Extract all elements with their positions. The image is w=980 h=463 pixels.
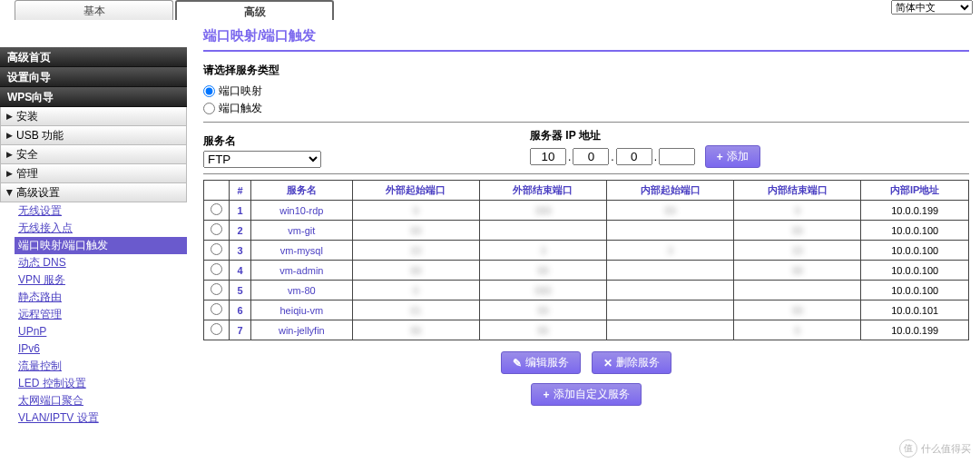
main-content: 端口映射/端口触发 请选择服务类型 端口映射 端口触发 服务名 FTP 服务器 … xyxy=(187,20,980,463)
nav-usb[interactable]: ▶USB 功能 xyxy=(0,126,187,145)
table-row: 1win10-rdp938989910.0.0.199 xyxy=(204,201,969,221)
watermark-icon: 值 xyxy=(899,439,917,458)
sidebar-sub-item[interactable]: VLAN/IPTV 设置 xyxy=(18,409,187,427)
sidebar-sub-item[interactable]: 无线接入点 xyxy=(18,220,187,237)
sidebar-sub-item[interactable]: 远程管理 xyxy=(18,306,187,323)
sidebar-sub-item[interactable]: 流量控制 xyxy=(18,358,187,375)
sidebar-sub-item[interactable]: LED 控制设置 xyxy=(18,375,187,392)
plus-icon: + xyxy=(717,151,723,163)
nav-setup-wizard[interactable]: 设置向导 xyxy=(0,67,187,87)
row-select-radio[interactable] xyxy=(211,243,222,255)
table-header: 外部结束端口 xyxy=(479,181,606,201)
table-row: 6heiqiu-vm01999910.0.0.101 xyxy=(204,300,969,320)
add-custom-service-button[interactable]: +添加自定义服务 xyxy=(531,383,641,406)
sidebar-sub-item[interactable]: UPnP xyxy=(18,323,187,340)
chevron-right-icon: ▶ xyxy=(6,167,13,181)
page-title: 端口映射/端口触发 xyxy=(203,25,969,50)
nav-security[interactable]: ▶安全 xyxy=(0,145,187,164)
table-header: 内部结束端口 xyxy=(734,181,861,201)
plus-icon: + xyxy=(543,389,549,401)
table-header: 服务名 xyxy=(251,181,353,201)
table-header: # xyxy=(230,181,251,201)
watermark: 值 什么值得买 xyxy=(899,439,971,458)
sidebar-sub-item[interactable]: 动态 DNS xyxy=(18,254,187,271)
chevron-right-icon: ▶ xyxy=(6,110,13,123)
ip-octet-2[interactable] xyxy=(573,148,609,165)
x-icon: ✕ xyxy=(603,357,612,369)
row-select-radio[interactable] xyxy=(211,303,222,315)
ip-octet-1[interactable] xyxy=(530,148,566,165)
table-header: 内部起始端口 xyxy=(607,181,734,201)
chevron-right-icon: ▶ xyxy=(6,148,13,162)
sidebar-sub-item[interactable]: VPN 服务 xyxy=(18,271,187,289)
service-name-select[interactable]: FTP xyxy=(203,151,321,168)
table-row: 5vm-80008010.0.0.100 xyxy=(204,281,969,300)
port-table: #服务名外部起始端口外部结束端口内部起始端口内部结束端口内部IP地址 1win1… xyxy=(203,180,969,340)
add-button[interactable]: +添加 xyxy=(705,145,760,168)
table-row: 4vm-admin98989810.0.0.100 xyxy=(204,261,969,281)
row-select-radio[interactable] xyxy=(211,283,222,295)
sidebar-sub-item[interactable]: 端口映射/端口触发 xyxy=(15,237,187,254)
server-ip-label: 服务器 IP 地址 xyxy=(530,128,760,143)
table-header xyxy=(204,181,230,201)
row-select-radio[interactable] xyxy=(211,263,222,275)
table-header: 外部起始端口 xyxy=(352,181,479,201)
nav-advanced-home[interactable]: 高级首页 xyxy=(0,47,187,67)
delete-service-button[interactable]: ✕删除服务 xyxy=(592,351,671,374)
nav-admin[interactable]: ▶管理 xyxy=(0,164,187,183)
table-header: 内部IP地址 xyxy=(861,181,969,201)
service-name-label: 服务名 xyxy=(203,133,530,149)
chevron-right-icon: ▶ xyxy=(6,129,13,143)
tab-basic[interactable]: 基本 xyxy=(15,0,173,20)
radio-port-forward[interactable] xyxy=(203,85,215,97)
sidebar: 高级首页 设置向导 WPS向导 ▶安装 ▶USB 功能 ▶安全 ▶管理 ▶高级设… xyxy=(0,20,187,463)
sidebar-sub-item[interactable]: 静态路由 xyxy=(18,289,187,306)
row-select-radio[interactable] xyxy=(211,323,222,335)
sidebar-sub-item[interactable]: 太网端口聚合 xyxy=(18,392,187,409)
table-row: 3vm-mysql33333310.0.0.100 xyxy=(204,241,969,261)
sidebar-sub-item[interactable]: IPv6 xyxy=(18,340,187,358)
table-row: 7win-jellyfin9696610.0.0.199 xyxy=(204,320,969,340)
ip-octet-4[interactable] xyxy=(659,148,695,165)
ip-octet-3[interactable] xyxy=(616,148,652,165)
nav-install[interactable]: ▶安装 xyxy=(0,107,187,126)
edit-service-button[interactable]: ✎编辑服务 xyxy=(501,351,581,374)
chevron-down-icon: ▶ xyxy=(3,190,16,196)
table-row: 2vm-git999910.0.0.100 xyxy=(204,221,969,241)
language-select[interactable]: 简体中文 xyxy=(891,0,973,15)
nav-advanced-settings[interactable]: ▶高级设置 xyxy=(0,183,187,202)
row-select-radio[interactable] xyxy=(211,223,222,235)
radio-port-trigger[interactable] xyxy=(203,103,215,114)
row-select-radio[interactable] xyxy=(211,203,222,215)
pencil-icon: ✎ xyxy=(513,357,522,369)
tab-advanced[interactable]: 高级 xyxy=(175,0,334,20)
sidebar-sub-item[interactable]: 无线设置 xyxy=(18,202,187,220)
nav-wps-wizard[interactable]: WPS向导 xyxy=(0,87,187,107)
select-type-label: 请选择服务类型 xyxy=(203,63,969,78)
